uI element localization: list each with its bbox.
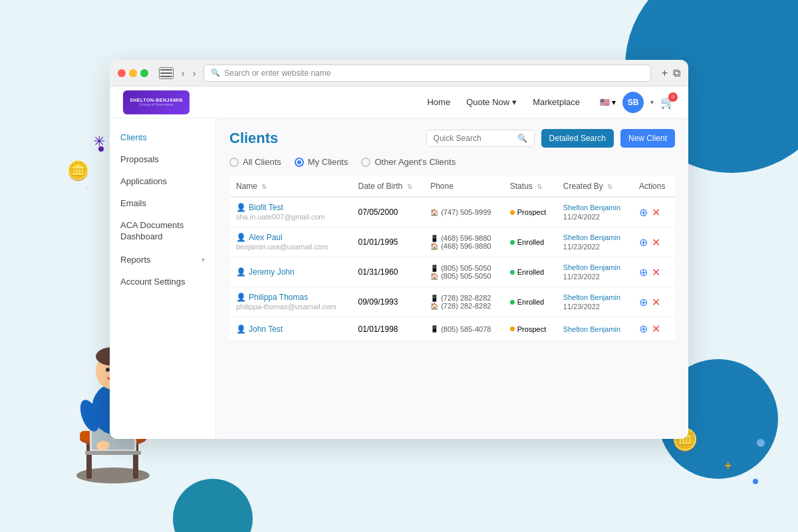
col-name[interactable]: Name ⇅ <box>229 176 351 197</box>
app-logo: SHELTON-BENJAMIN Group of Insurance <box>123 90 190 114</box>
filter-tab-all-clients[interactable]: All Clients <box>229 157 281 167</box>
client-name-link[interactable]: 👤Jeremy John <box>236 267 344 277</box>
sidebar-item-clients[interactable]: Clients <box>110 126 215 148</box>
clients-table: Name ⇅ Date of Birth ⇅ Phone Status ⇅ Cr… <box>229 176 675 341</box>
cart-button[interactable]: 🛒 0 <box>660 95 675 110</box>
edit-button[interactable]: ⊕ <box>639 323 648 335</box>
phone-icon-1: 🏠 <box>430 209 438 216</box>
forward-button[interactable]: › <box>190 66 199 80</box>
col-phone: Phone <box>424 176 503 197</box>
nav-quote-now[interactable]: Quote Now ▾ <box>466 97 517 107</box>
user-avatar-button[interactable]: SB <box>622 92 644 113</box>
client-name-link[interactable]: 👤Biofit Test <box>236 203 344 212</box>
client-created-by: Shelton Benjamin11/23/2022 <box>557 227 632 257</box>
table-row: 👤Alex Paul benjamin.usa@usamail.com 01/0… <box>229 227 675 257</box>
client-phone: 🏠(747) 505-9999 <box>424 197 503 227</box>
delete-button[interactable]: ✕ <box>652 236 660 249</box>
delete-button[interactable]: ✕ <box>652 266 660 279</box>
client-dob: 07/05/2000 <box>351 197 424 227</box>
phone-icon-2: 🏠 <box>430 243 438 250</box>
maximize-traffic-light[interactable] <box>140 69 148 77</box>
client-name-link[interactable]: 👤John Test <box>236 325 344 334</box>
edit-button[interactable]: ⊕ <box>639 296 648 309</box>
filter-tab-other-agents[interactable]: Other Agent's Clients <box>361 157 456 167</box>
nav-home[interactable]: Home <box>427 97 450 107</box>
status-dot <box>510 210 515 215</box>
detailed-search-button[interactable]: Detailed Search <box>541 129 614 148</box>
logo-bottom-text: Group of Insurance <box>139 102 173 106</box>
address-text: Search or enter website name <box>224 68 331 78</box>
sidebar-item-proposals[interactable]: Proposals <box>110 148 215 170</box>
table-row: 👤Jeremy John 01/31/1960📱(805) 505-5050🏠(… <box>229 257 675 287</box>
col-actions: Actions <box>632 176 675 197</box>
new-client-button[interactable]: New Client <box>620 129 675 148</box>
radio-my-clients <box>295 158 304 167</box>
client-phone: 📱(805) 585-4078 <box>424 317 503 341</box>
col-created-by[interactable]: Created By ⇅ <box>557 176 632 197</box>
person-icon: 👤 <box>236 325 246 334</box>
client-dob: 09/09/1993 <box>351 287 424 317</box>
table-row: 👤John Test 01/01/1998📱(805) 585-4078Pros… <box>229 317 675 341</box>
sidebar-item-account-settings[interactable]: Account Settings <box>110 271 215 293</box>
browser-window: ‹ › 🔍 Search or enter website name + ⧉ S… <box>110 60 688 439</box>
col-dob[interactable]: Date of Birth ⇅ <box>351 176 424 197</box>
client-name-link[interactable]: 👤Alex Paul <box>236 233 344 242</box>
col-status[interactable]: Status ⇅ <box>503 176 557 197</box>
logo-top-text: SHELTON-BENJAMIN <box>130 98 183 102</box>
client-created-by: Shelton Benjamin11/23/2022 <box>557 257 632 287</box>
client-actions: ⊕ ✕ <box>632 197 675 227</box>
phone-icon-1: 📱 <box>430 235 438 242</box>
client-actions: ⊕ ✕ <box>632 257 675 287</box>
sort-icon-name: ⇅ <box>261 183 267 190</box>
status-dot <box>510 240 515 245</box>
client-phone: 📱(728) 282-8282🏠(728) 282-8282 <box>424 287 503 317</box>
app-body: Clients Proposals Applications Emails AC… <box>110 118 688 439</box>
app-header: SHELTON-BENJAMIN Group of Insurance Home… <box>110 86 688 118</box>
tab-copy-button[interactable]: ⧉ <box>673 67 680 79</box>
sidebar-item-aca-documents[interactable]: ACA Documents Dashboard <box>110 214 215 249</box>
search-icon: 🔍 <box>517 134 527 143</box>
sort-icon-created: ⇅ <box>607 183 612 190</box>
quick-search-box[interactable]: 🔍 <box>426 130 535 147</box>
client-created-by: Shelton Benjamin11/24/2022 <box>557 197 632 227</box>
client-actions: ⊕ ✕ <box>632 287 675 317</box>
client-actions: ⊕ ✕ <box>632 317 675 341</box>
new-tab-button[interactable]: + <box>662 67 668 79</box>
delete-button[interactable]: ✕ <box>652 206 660 219</box>
delete-button[interactable]: ✕ <box>652 296 660 309</box>
client-status: Prospect <box>503 197 557 227</box>
sidebar: Clients Proposals Applications Emails AC… <box>110 118 216 439</box>
close-traffic-light[interactable] <box>118 69 126 77</box>
edit-button[interactable]: ⊕ <box>639 266 648 279</box>
filter-tab-my-clients[interactable]: My Clients <box>295 157 348 167</box>
client-status: Prospect <box>503 317 557 341</box>
client-status: Enrolled <box>503 227 557 257</box>
sidebar-item-applications[interactable]: Applications <box>110 170 215 192</box>
radio-all-clients <box>229 158 239 167</box>
delete-button[interactable]: ✕ <box>652 323 660 335</box>
phone-icon-1: 📱 <box>430 325 438 332</box>
phone-icon-2: 🏠 <box>430 273 438 280</box>
header-right: 🇺🇸 ▾ SB ▾ 🛒 0 <box>600 92 675 113</box>
chevron-down-icon-user: ▾ <box>650 98 654 106</box>
client-created-by: Shelton Benjamin11/23/2022 <box>557 287 632 317</box>
sort-icon-status: ⇅ <box>537 183 542 190</box>
language-selector[interactable]: 🇺🇸 ▾ <box>600 98 616 107</box>
client-name-link[interactable]: 👤Philippa Thomas <box>236 293 344 302</box>
header-actions: 🔍 Detailed Search New Client <box>426 129 675 148</box>
minimize-traffic-light[interactable] <box>129 69 137 77</box>
nav-marketplace[interactable]: Marketplace <box>533 97 580 107</box>
quick-search-input[interactable] <box>434 134 513 143</box>
deco-snowflake: ✳ <box>93 133 105 150</box>
sidebar-toggle-button[interactable] <box>159 67 174 79</box>
sidebar-item-reports[interactable]: Reports ▾ <box>110 249 215 271</box>
back-button[interactable]: ‹ <box>179 66 188 80</box>
traffic-lights <box>118 69 148 77</box>
client-dob: 01/31/1960 <box>351 257 424 287</box>
client-dob: 01/01/1998 <box>351 317 424 341</box>
address-bar[interactable]: 🔍 Search or enter website name <box>203 65 650 82</box>
svg-rect-7 <box>85 451 141 455</box>
edit-button[interactable]: ⊕ <box>639 236 648 249</box>
edit-button[interactable]: ⊕ <box>639 206 648 219</box>
sidebar-item-emails[interactable]: Emails <box>110 192 215 214</box>
